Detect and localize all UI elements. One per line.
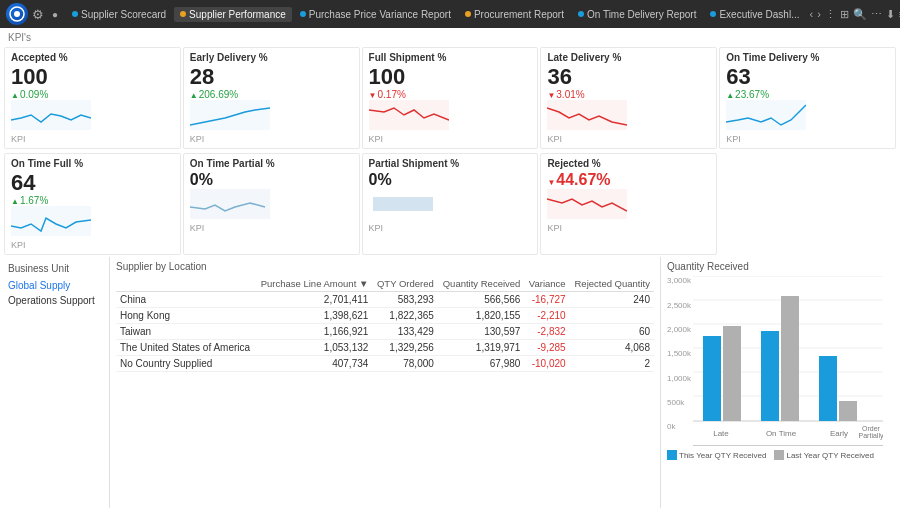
row-purchase-china: 2,701,411: [256, 292, 373, 308]
row-variance-no-country: -10,020: [524, 356, 569, 372]
row-qty-taiwan: 133,429: [372, 324, 438, 340]
kpi-on-time-full: On Time Full % 64 1.67% KPI: [4, 153, 181, 255]
row-qty-no-country: 78,000: [372, 356, 438, 372]
nav-tab-procurement[interactable]: Procurement Report: [459, 7, 570, 22]
nav-search[interactable]: 🔍: [853, 8, 867, 21]
kpi-ps-value: 0%: [369, 171, 532, 189]
kpi-early-sparkline: [190, 100, 270, 130]
legend-previous: Last Year QTY Received: [774, 450, 873, 460]
table-row[interactable]: Hong Kong 1,398,621 1,822,365 1,820,155 …: [116, 308, 654, 324]
row-rejected-no-country: 2: [570, 356, 654, 372]
halo-logo[interactable]: [6, 2, 28, 26]
kpi-late-delivery: Late Delivery % 36 3.01% KPI: [540, 47, 717, 149]
kpi-rej-sparkline: [547, 189, 627, 219]
kpi-otf-label: KPI: [11, 240, 174, 250]
nav-tab-exec[interactable]: Executive Dashl...: [704, 7, 805, 22]
nav-dots[interactable]: ⋮: [825, 8, 836, 21]
bottom-section: Business Unit Global Supply Operations S…: [0, 257, 900, 508]
bar-ontime-previous: [781, 296, 799, 421]
right-panel: Quantity Received 3,000k 2,500k 2,000k 1…: [660, 257, 900, 508]
kpi-rej-change: 44.67%: [547, 171, 710, 189]
nav-arrow-right[interactable]: ›: [817, 8, 821, 20]
row-purchase-taiwan: 1,166,921: [256, 324, 373, 340]
row-variance-taiwan: -2,832: [524, 324, 569, 340]
nav-tab-performance[interactable]: Supplier Performance: [174, 7, 292, 22]
svg-rect-9: [373, 197, 433, 211]
svg-rect-5: [547, 100, 627, 130]
nav-right: ‹ › ⋮ ⊞ 🔍 ⋯ ⬇ ≡ Period: July 2015: [810, 0, 901, 32]
table-row[interactable]: No Country Supplied 407,734 78,000 67,98…: [116, 356, 654, 372]
filter-operations-support[interactable]: Operations Support: [8, 293, 101, 308]
row-received-no-country: 67,980: [438, 356, 525, 372]
business-unit-title: Business Unit: [8, 263, 101, 274]
row-received-hk: 1,820,155: [438, 308, 525, 324]
kpi-otd-arrow: [726, 89, 734, 100]
svg-rect-2: [11, 100, 91, 130]
kpi-rej-label: KPI: [547, 223, 710, 233]
top-nav: ⚙ ● Supplier Scorecard Supplier Performa…: [0, 0, 900, 28]
svg-point-1: [14, 11, 20, 17]
nav-tabs: Supplier Scorecard Supplier Performance …: [66, 7, 805, 22]
kpi-late-label: KPI: [547, 134, 710, 144]
nav-arrow-left[interactable]: ‹: [810, 8, 814, 20]
legend-current: This Year QTY Received: [667, 450, 766, 460]
kpi-ps-sparkline: [369, 189, 449, 219]
row-purchase-no-country: 407,734: [256, 356, 373, 372]
col-variance: Variance: [524, 276, 569, 292]
kpi-otp-title: On Time Partial %: [190, 158, 353, 169]
nav-download[interactable]: ⬇: [886, 8, 895, 21]
col-qty-ordered: QTY Ordered: [372, 276, 438, 292]
nav-tab-otd[interactable]: On Time Delivery Report: [572, 7, 702, 22]
kpi-otp-label: KPI: [190, 223, 353, 233]
logo-circle: [6, 3, 28, 25]
kpi-full-shipment-value: 100: [369, 65, 532, 89]
row-qty-usa: 1,329,256: [372, 340, 438, 356]
bar-order-label2: Partially: [859, 432, 883, 440]
table-row[interactable]: The United States of America 1,053,132 1…: [116, 340, 654, 356]
row-received-taiwan: 130,597: [438, 324, 525, 340]
nav-more[interactable]: ⋯: [871, 8, 882, 21]
main-content: KPI's Accepted % 100 0.09% KPI Early Del…: [0, 28, 900, 508]
kpi-on-time-partial: On Time Partial % 0% KPI: [183, 153, 360, 255]
svg-rect-8: [190, 189, 270, 219]
kpi-otf-value: 64: [11, 171, 174, 195]
kpi-early-label: KPI: [190, 134, 353, 144]
kpi-late-value: 36: [547, 65, 710, 89]
kpi-otf-arrow: [11, 195, 19, 206]
kpi-on-time-delivery: On Time Delivery % 63 23.67% KPI: [719, 47, 896, 149]
bar-late-current: [703, 336, 721, 421]
kpi-otd-label: KPI: [726, 134, 889, 144]
kpi-ps-title: Partial Shipment %: [369, 158, 532, 169]
settings-icon[interactable]: ⚙: [32, 7, 44, 22]
bar-order-label: Order: [862, 425, 881, 432]
legend-dot-current: [667, 450, 677, 460]
table-row[interactable]: China 2,701,411 583,293 566,566 -16,727 …: [116, 292, 654, 308]
nav-tab-ppv[interactable]: Purchase Price Variance Report: [294, 7, 457, 22]
col-purchase-amount[interactable]: Purchase Line Amount ▼: [256, 276, 373, 292]
nav-tab-scorecard[interactable]: Supplier Scorecard: [66, 7, 172, 22]
kpi-partial-shipment: Partial Shipment % 0% KPI: [362, 153, 539, 255]
row-qty-hk: 1,822,365: [372, 308, 438, 324]
kpi-rej-arrow: [547, 171, 555, 189]
bar-ontime-current: [761, 331, 779, 421]
kpi-otd-title: On Time Delivery %: [726, 52, 889, 63]
kpi-early-delivery: Early Delivery % 28 206.69% KPI: [183, 47, 360, 149]
kpi-otf-sparkline: [11, 206, 91, 236]
svg-rect-6: [726, 100, 806, 130]
kpi-full-shipment-label: KPI: [369, 134, 532, 144]
row-rejected-taiwan: 60: [570, 324, 654, 340]
kpi-otf-title: On Time Full %: [11, 158, 174, 169]
row-rejected-china: 240: [570, 292, 654, 308]
bar-late-previous: [723, 326, 741, 421]
table-row[interactable]: Taiwan 1,166,921 133,429 130,597 -2,832 …: [116, 324, 654, 340]
kpi-otp-sparkline: [190, 189, 270, 219]
kpi-accepted-change: 0.09%: [11, 89, 174, 100]
supplier-performance-active-tab[interactable]: ●: [48, 8, 62, 21]
row-rejected-hk: [570, 308, 654, 324]
row-received-usa: 1,319,971: [438, 340, 525, 356]
filter-global-supply[interactable]: Global Supply: [8, 278, 101, 293]
kpi-otf-change: 1.67%: [11, 195, 174, 206]
kpi-accepted-label: KPI: [11, 134, 174, 144]
nav-grid[interactable]: ⊞: [840, 8, 849, 21]
row-location-usa: The United States of America: [116, 340, 256, 356]
